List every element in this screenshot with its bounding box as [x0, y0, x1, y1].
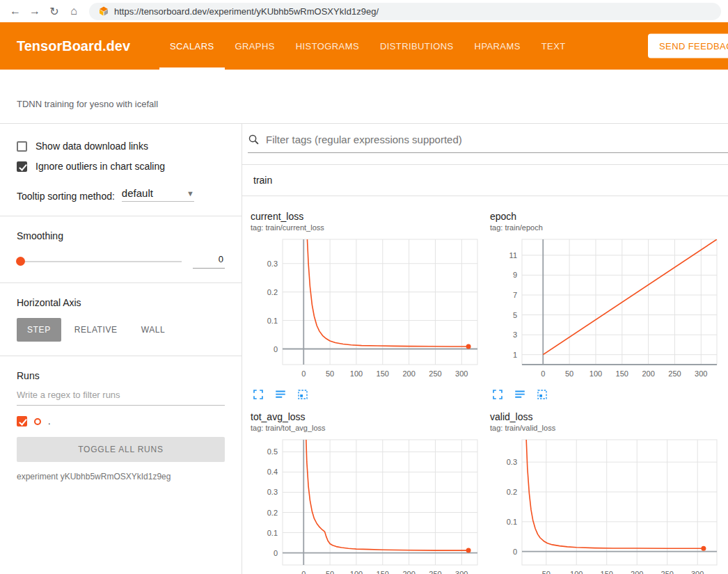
toggle-all-runs-button[interactable]: TOGGLE ALL RUNS [17, 437, 225, 462]
svg-text:0.3: 0.3 [507, 458, 517, 466]
svg-text:50: 50 [326, 369, 334, 378]
run-list-item[interactable]: . [17, 416, 225, 426]
slider-thumb[interactable] [16, 257, 25, 266]
tab-scalars[interactable]: SCALARS [159, 22, 225, 70]
fit-domain-icon[interactable] [296, 388, 309, 401]
reload-icon[interactable]: ↻ [46, 3, 63, 19]
smoothing-slider[interactable] [17, 261, 182, 262]
show-download-links-checkbox[interactable] [17, 141, 27, 152]
svg-text:0.4: 0.4 [267, 468, 278, 476]
svg-text:150: 150 [616, 369, 628, 378]
run-color-swatch-icon [34, 418, 41, 425]
chart-current-loss[interactable]: 05010015020025030000.10.20.3 [251, 235, 483, 383]
tag-group-card: train current_losstag: train/current_los… [242, 164, 728, 574]
charts-grid: current_losstag: train/current_loss05010… [242, 196, 728, 574]
svg-text:0.2: 0.2 [267, 288, 278, 296]
svg-text:0.1: 0.1 [267, 317, 278, 325]
tag-filter[interactable]: Filter tags (regular expressions support… [248, 134, 728, 153]
runs-filter-input[interactable] [17, 385, 225, 406]
horizontal-axis-label: Horizontal Axis [17, 297, 225, 308]
tab-hparams[interactable]: HPARAMS [464, 22, 531, 70]
send-feedback-button[interactable]: SEND FEEDBACK [648, 34, 728, 58]
experiment-id-note: experiment yKUbhb5wRmOSXYkId1z9eg [17, 472, 225, 481]
home-icon[interactable]: ⌂ [65, 3, 82, 19]
svg-text:5: 5 [513, 311, 517, 319]
runs-selector-icon[interactable] [514, 388, 526, 401]
tag-group-title: train [253, 175, 272, 186]
svg-text:0.3: 0.3 [267, 488, 278, 496]
svg-text:200: 200 [642, 369, 654, 378]
svg-text:100: 100 [350, 570, 363, 574]
expand-icon[interactable] [252, 388, 264, 401]
tab-graphs[interactable]: GRAPHS [225, 22, 285, 70]
smoothing-value-input[interactable]: 0 [193, 254, 225, 269]
chart-valid-loss[interactable]: 5010015020025030000.10.20.3 [490, 436, 722, 574]
svg-text:100: 100 [589, 369, 602, 378]
axis-option-step[interactable]: STEP [17, 318, 61, 342]
ignore-outliers-checkbox[interactable] [17, 161, 27, 172]
horizontal-axis-buttons: STEPRELATIVEWALL [17, 318, 225, 342]
svg-text:50: 50 [565, 369, 573, 378]
runs-selector-icon[interactable] [274, 388, 287, 401]
svg-text:0.2: 0.2 [267, 509, 278, 517]
chart-card-current-loss: current_losstag: train/current_loss05010… [251, 210, 486, 401]
chart-tag: tag: train/valid_loss [490, 423, 725, 433]
svg-text:300: 300 [455, 570, 468, 574]
nav-tabs: SCALARSGRAPHSHISTOGRAMSDISTRIBUTIONSHPAR… [159, 22, 576, 70]
tab-histograms[interactable]: HISTOGRAMS [285, 22, 370, 70]
chart-tag: tag: train/tot_avg_loss [251, 423, 486, 433]
chart-title: epoch [490, 210, 725, 223]
divider [0, 282, 242, 283]
run-name: . [48, 416, 51, 426]
axis-option-wall[interactable]: WALL [131, 318, 176, 342]
svg-text:0.2: 0.2 [507, 488, 517, 496]
axis-option-relative[interactable]: RELATIVE [64, 318, 128, 342]
tab-distributions[interactable]: DISTRIBUTIONS [370, 22, 464, 70]
chart-epoch[interactable]: 0501001502002503001357911 [490, 235, 722, 383]
svg-text:0: 0 [274, 345, 278, 353]
svg-text:250: 250 [668, 369, 681, 378]
ignore-outliers-label: Ignore outliers in chart scaling [35, 161, 165, 172]
svg-text:50: 50 [542, 570, 551, 574]
svg-text:200: 200 [402, 369, 415, 378]
site-favicon-icon [99, 6, 109, 16]
svg-text:1: 1 [513, 351, 517, 359]
forward-arrow-icon[interactable]: → [26, 3, 43, 19]
svg-text:0: 0 [513, 548, 517, 556]
run-checkbox[interactable] [17, 416, 27, 426]
fit-domain-icon[interactable] [536, 388, 548, 401]
svg-text:300: 300 [455, 369, 468, 378]
chart-tag: tag: train/current_loss [251, 223, 486, 232]
chart-toolbar [252, 388, 486, 401]
smoothing-label: Smoothing [17, 230, 225, 241]
brand-logo[interactable]: TensorBoard.dev [17, 38, 130, 54]
chart-title: tot_avg_loss [251, 410, 486, 423]
tag-group-header[interactable]: train [242, 165, 728, 196]
expand-icon[interactable] [491, 388, 504, 401]
svg-text:0: 0 [301, 570, 306, 574]
svg-text:100: 100 [350, 369, 363, 378]
tooltip-sorting-value: default [122, 187, 153, 199]
tag-filter-placeholder: Filter tags (regular expressions support… [266, 134, 462, 145]
browser-chrome: ← → ↻ ⌂ https://tensorboard.dev/experime… [0, 0, 728, 22]
svg-text:250: 250 [661, 570, 674, 574]
svg-text:7: 7 [513, 291, 517, 299]
chart-title: current_loss [251, 210, 486, 223]
tooltip-sorting-dropdown[interactable]: default ▼ [122, 187, 194, 202]
tooltip-sorting-label: Tooltip sorting method: [17, 191, 115, 202]
chart-tot-avg-loss[interactable]: 05010015020025030000.10.20.30.40.5 [251, 436, 483, 574]
chart-tag: tag: train/epoch [490, 223, 725, 232]
settings-sidebar: Show data download links Ignore outliers… [0, 124, 242, 574]
chart-card-tot-avg-loss: tot_avg_losstag: train/tot_avg_loss05010… [251, 410, 486, 574]
chart-toolbar [491, 388, 725, 401]
show-download-links-label: Show data download links [35, 141, 148, 152]
back-arrow-icon[interactable]: ← [7, 3, 24, 19]
svg-text:150: 150 [377, 369, 389, 378]
svg-text:200: 200 [402, 570, 415, 574]
svg-text:300: 300 [691, 570, 704, 574]
address-bar[interactable]: https://tensorboard.dev/experiment/yKUbh… [89, 3, 721, 20]
tab-text[interactable]: TEXT [531, 22, 576, 70]
svg-text:9: 9 [513, 271, 517, 279]
svg-text:0.1: 0.1 [267, 529, 278, 537]
svg-text:200: 200 [631, 570, 643, 574]
